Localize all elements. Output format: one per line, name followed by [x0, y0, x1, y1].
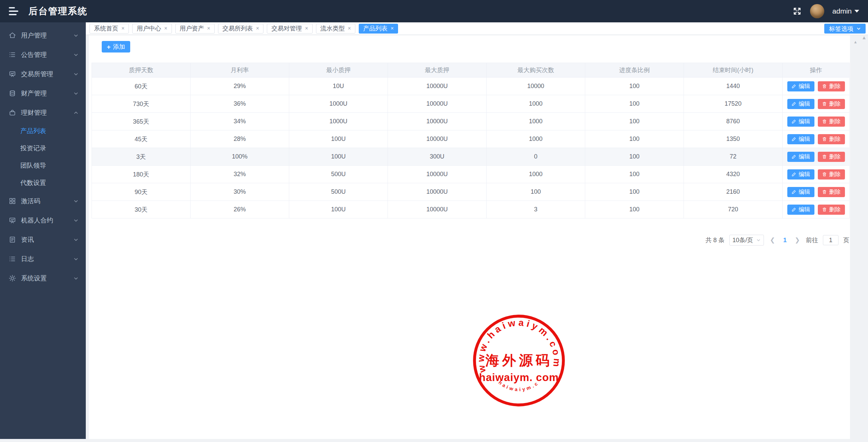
tab-label: 流水类型 — [320, 24, 345, 33]
add-button[interactable]: + 添加 — [102, 41, 130, 52]
fullscreen-icon[interactable] — [792, 6, 802, 16]
sidebar-item-label: 激活码 — [21, 197, 74, 206]
delete-button[interactable]: 删除 — [818, 117, 845, 127]
sidebar-subitem-generation-config[interactable]: 代数设置 — [0, 174, 86, 191]
sidebar-item-label: 理财管理 — [21, 108, 74, 117]
add-button-label: 添加 — [113, 43, 125, 51]
sidebar-item-finance-management[interactable]: 理财管理 — [0, 103, 86, 122]
pagination-total: 共 8 条 — [706, 236, 725, 244]
sidebar-item-user-management[interactable]: 用户管理 — [0, 26, 86, 45]
edit-button[interactable]: 编辑 — [787, 152, 814, 162]
tag-options-button[interactable]: 标签选项 — [824, 24, 866, 34]
table-cell: 10000 — [487, 78, 585, 95]
edit-icon — [791, 189, 796, 194]
tab-product-list[interactable]: 产品列表× — [359, 24, 398, 34]
sidebar-subitem-product-list[interactable]: 产品列表 — [0, 122, 86, 140]
delete-label: 删除 — [829, 153, 841, 161]
edit-button[interactable]: 编辑 — [787, 134, 814, 144]
prev-page-button[interactable]: ❮ — [769, 236, 776, 244]
edit-button[interactable]: 编辑 — [787, 187, 814, 197]
table-cell: 1000 — [487, 166, 585, 183]
sidebar-item-system-settings[interactable]: 系统设置 — [0, 269, 86, 288]
sidebar-item-label: 日志 — [21, 255, 74, 264]
edit-label: 编辑 — [799, 170, 810, 178]
close-icon[interactable]: × — [305, 26, 308, 31]
edit-button[interactable]: 编辑 — [787, 169, 814, 180]
edit-button[interactable]: 编辑 — [787, 99, 814, 109]
delete-label: 删除 — [829, 135, 841, 143]
tab-flow-type[interactable]: 流水类型× — [316, 24, 355, 34]
next-page-button[interactable]: ❯ — [793, 236, 801, 244]
tab-trade-pair[interactable]: 交易对管理× — [267, 24, 312, 34]
tabbar: 系统首页×用户中心×用户资产×交易所列表×交易对管理×流水类型×产品列表× 标签… — [86, 22, 868, 35]
sidebar-item-activation-code[interactable]: 激活码 — [0, 191, 86, 211]
page-size-select[interactable]: 10条/页 — [729, 235, 764, 246]
table-cell: 0 — [487, 148, 585, 166]
delete-button[interactable]: 删除 — [818, 81, 845, 91]
table-cell: 300U — [388, 148, 487, 166]
edit-icon — [791, 136, 796, 142]
goto-page-input[interactable] — [823, 235, 839, 245]
close-icon[interactable]: × — [207, 26, 210, 31]
table-cell: 28% — [191, 130, 289, 148]
delete-button[interactable]: 删除 — [818, 152, 845, 162]
delete-button[interactable]: 删除 — [818, 134, 845, 144]
sidebar-item-notice-management[interactable]: 公告管理 — [0, 45, 86, 64]
home-icon — [8, 31, 16, 39]
edit-label: 编辑 — [799, 206, 810, 213]
tab-home[interactable]: 系统首页× — [90, 24, 129, 34]
close-icon[interactable]: × — [348, 26, 351, 31]
scroll-up-icon[interactable]: ▲ — [862, 35, 867, 40]
table-cell: 32% — [191, 166, 289, 183]
delete-label: 删除 — [829, 82, 841, 90]
table-cell: 29% — [191, 78, 289, 95]
sidebar-item-news[interactable]: 资讯 — [0, 230, 86, 249]
delete-button[interactable]: 删除 — [818, 187, 845, 197]
close-icon[interactable]: × — [121, 26, 124, 31]
edit-button[interactable]: 编辑 — [787, 205, 814, 215]
edit-icon — [791, 101, 796, 106]
table-cell: 1000 — [487, 95, 585, 113]
delete-button[interactable]: 删除 — [818, 169, 845, 180]
sidebar-item-robot-contract[interactable]: 机器人合约 — [0, 211, 86, 230]
plus-icon: + — [107, 44, 111, 50]
chevron-down-icon — [74, 52, 78, 57]
menu-toggle-icon[interactable] — [9, 7, 19, 15]
sidebar-item-exchange-management[interactable]: 交易所管理 — [0, 64, 86, 84]
page-unit-label: 页 — [843, 236, 849, 244]
tab-exchange-list[interactable]: 交易所列表× — [218, 24, 263, 34]
edit-label: 编辑 — [799, 188, 810, 196]
tab-label: 用户中心 — [137, 24, 161, 33]
edit-button[interactable]: 编辑 — [787, 117, 814, 127]
table-cell: 1440 — [684, 78, 783, 95]
table-cell: 100U — [289, 148, 388, 166]
sidebar-item-asset-management[interactable]: 财产管理 — [0, 84, 86, 103]
table-cell: 10000U — [388, 95, 487, 113]
board-icon — [8, 216, 16, 224]
sidebar-subitem-invest-records[interactable]: 投资记录 — [0, 140, 86, 157]
column-header: 月利率 — [191, 63, 289, 78]
delete-button[interactable]: 删除 — [818, 205, 845, 215]
board-icon — [8, 70, 16, 78]
close-icon[interactable]: × — [164, 26, 167, 31]
tab-user-center[interactable]: 用户中心× — [132, 24, 172, 34]
tab-user-assets[interactable]: 用户资产× — [175, 24, 215, 34]
page-number[interactable]: 1 — [781, 237, 789, 244]
avatar[interactable] — [810, 4, 824, 18]
delete-label: 删除 — [829, 188, 841, 196]
edit-button[interactable]: 编辑 — [787, 81, 814, 91]
table-cell: 100 — [585, 95, 684, 113]
table-row: 3天100%100U300U010072编辑删除 — [92, 148, 850, 166]
chevron-down-icon — [74, 33, 78, 38]
edit-icon — [791, 119, 796, 124]
pagination: 共 8 条 10条/页 ❮ 1 ❯ 前往 页 — [92, 235, 849, 246]
sidebar-subitem-team-leader[interactable]: 团队领导 — [0, 157, 86, 174]
sidebar-item-logs[interactable]: 日志 — [0, 249, 86, 269]
table-cell: 34% — [191, 113, 289, 130]
close-icon[interactable]: × — [256, 26, 259, 31]
delete-button[interactable]: 删除 — [818, 99, 845, 109]
close-icon[interactable]: × — [391, 26, 394, 31]
list-icon — [8, 255, 16, 263]
user-menu[interactable]: admin — [832, 7, 859, 15]
scroll-up-icon[interactable]: ▲ — [853, 40, 857, 44]
